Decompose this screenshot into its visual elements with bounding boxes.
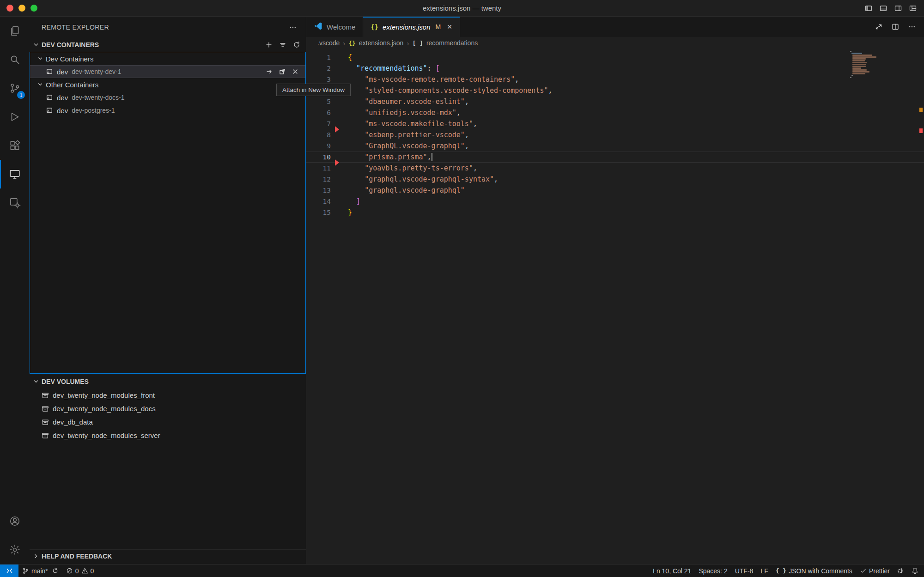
zoom-window-button[interactable] bbox=[30, 5, 37, 12]
code-text: "prisma.prisma", bbox=[348, 152, 432, 163]
add-dev-container-icon[interactable] bbox=[265, 41, 273, 49]
tree-group-dev-containers[interactable]: Dev Containers bbox=[30, 52, 305, 65]
remote-icon bbox=[6, 567, 13, 574]
tab-strip: Welcome{}extensions.jsonM✕ bbox=[306, 17, 924, 37]
code-text: "ms-vscode.makefile-tools", bbox=[348, 118, 477, 129]
encoding-button[interactable]: UTF-8 bbox=[731, 565, 757, 577]
window-title: extensions.json — twenty bbox=[0, 4, 924, 12]
container-item-dev-twenty-docs-1[interactable]: devdev-twenty-docs-1 bbox=[30, 91, 305, 104]
code-line[interactable]: 4 "styled-components.vscode-styled-compo… bbox=[306, 85, 924, 96]
dev-volumes-section-header[interactable]: DEV VOLUMES bbox=[30, 375, 306, 389]
minimap[interactable] bbox=[850, 51, 915, 79]
open-changes-icon[interactable] bbox=[875, 23, 882, 30]
run-and-debug-icon[interactable] bbox=[0, 103, 30, 131]
code-text: ] bbox=[348, 196, 360, 207]
attach-to-container-icon[interactable] bbox=[266, 68, 273, 75]
gutter bbox=[331, 129, 348, 140]
git-branch-button[interactable]: main* bbox=[18, 565, 52, 577]
code-line[interactable]: 8 "esbenp.prettier-vscode", bbox=[306, 129, 924, 140]
settings-gear-icon[interactable] bbox=[0, 535, 30, 564]
code-text: "yoavbls.pretty-ts-errors", bbox=[348, 163, 477, 174]
dev-volumes-list: dev_twenty_node_modules_frontdev_twenty_… bbox=[30, 389, 306, 442]
more-actions-icon[interactable] bbox=[908, 23, 916, 30]
code-line[interactable]: 14 ] bbox=[306, 196, 924, 207]
dev-containers-icon[interactable] bbox=[0, 188, 30, 217]
accounts-icon[interactable] bbox=[0, 507, 30, 535]
notifications-bell-button[interactable] bbox=[908, 565, 924, 577]
close-icon[interactable] bbox=[292, 68, 299, 75]
line-number: 9 bbox=[306, 140, 331, 152]
source-control-icon[interactable]: 1 bbox=[0, 74, 30, 103]
chevron-down-icon bbox=[32, 41, 40, 49]
close-icon[interactable]: ✕ bbox=[447, 23, 452, 30]
refresh-icon[interactable] bbox=[293, 41, 300, 49]
gutter bbox=[331, 207, 348, 218]
branch-name: main* bbox=[31, 567, 48, 575]
feedback-button[interactable] bbox=[894, 565, 908, 577]
gutter bbox=[331, 96, 348, 107]
code-line[interactable]: 2 "recommendations": [ bbox=[306, 63, 924, 74]
toggle-secondary-sidebar-icon[interactable] bbox=[894, 5, 902, 12]
breadcrumb-item[interactable]: recommendations bbox=[426, 39, 478, 47]
sync-changes-button[interactable] bbox=[52, 565, 62, 577]
gutter bbox=[331, 63, 348, 74]
volume-item-dev-twenty-node-modules-front[interactable]: dev_twenty_node_modules_front bbox=[30, 389, 306, 402]
code-text: "GraphQL.vscode-graphql", bbox=[348, 140, 469, 152]
volume-item-dev-twenty-node-modules-server[interactable]: dev_twenty_node_modules_server bbox=[30, 429, 306, 442]
eol: LF bbox=[760, 567, 768, 575]
code-line[interactable]: 6 "unifiedjs.vscode-mdx", bbox=[306, 107, 924, 118]
breadcrumb-item[interactable]: .vscode bbox=[317, 39, 340, 47]
customize-layout-icon[interactable] bbox=[909, 5, 917, 12]
close-window-button[interactable] bbox=[6, 5, 13, 12]
gutter bbox=[331, 152, 348, 163]
code-line[interactable]: 3 "ms-vscode-remote.remote-containers", bbox=[306, 74, 924, 85]
code-line[interactable]: 12 "graphql.vscode-graphql-syntax", bbox=[306, 174, 924, 185]
code-line[interactable]: 11 "yoavbls.pretty-ts-errors", bbox=[306, 163, 924, 174]
attach-in-new-window-icon[interactable] bbox=[279, 68, 286, 75]
language-mode-button[interactable]: { } JSON with Comments bbox=[772, 565, 856, 577]
container-description: dev-twenty-docs-1 bbox=[72, 94, 124, 101]
extensions-icon[interactable] bbox=[0, 131, 30, 160]
indentation-button[interactable]: Spaces: 2 bbox=[695, 565, 731, 577]
code-line[interactable]: 5 "dbaeumer.vscode-eslint", bbox=[306, 96, 924, 107]
remote-explorer-icon[interactable] bbox=[0, 160, 30, 188]
code-line[interactable]: 13 "graphql.vscode-graphql" bbox=[306, 185, 924, 196]
minimize-window-button[interactable] bbox=[18, 5, 25, 12]
code-line[interactable]: 10 "prisma.prisma", bbox=[306, 152, 924, 163]
code-line[interactable]: 15} bbox=[306, 207, 924, 218]
help-and-feedback-section-header[interactable]: HELP AND FEEDBACK bbox=[30, 549, 306, 562]
chevron-down-icon bbox=[36, 81, 44, 88]
split-editor-icon[interactable] bbox=[892, 23, 899, 30]
toggle-panel-icon[interactable] bbox=[880, 5, 887, 12]
tab-extensions-json[interactable]: {}extensions.jsonM✕ bbox=[363, 17, 460, 37]
traffic-lights bbox=[0, 5, 37, 12]
formatter-button[interactable]: Prettier bbox=[856, 565, 894, 577]
feedback-icon bbox=[897, 567, 904, 574]
warnings-icon bbox=[81, 567, 88, 574]
dev-volumes-section-label: DEV VOLUMES bbox=[42, 378, 89, 385]
code-line[interactable]: 7 "ms-vscode.makefile-tools", bbox=[306, 118, 924, 129]
volume-item-dev-twenty-node-modules-docs[interactable]: dev_twenty_node_modules_docs bbox=[30, 402, 306, 415]
code-line[interactable]: 1{ bbox=[306, 52, 924, 63]
chevron-right-icon bbox=[32, 553, 40, 560]
cursor-position-button[interactable]: Ln 10, Col 21 bbox=[649, 565, 695, 577]
search-icon[interactable] bbox=[0, 45, 30, 74]
tree-group-other-containers[interactable]: Other Containers bbox=[30, 78, 305, 91]
dev-containers-section-header[interactable]: DEV CONTAINERS bbox=[30, 38, 306, 52]
problems-button[interactable]: 0 0 bbox=[62, 565, 98, 577]
toggle-primary-sidebar-icon[interactable] bbox=[865, 5, 872, 12]
status-bar: main* 0 0 Ln 10, Col 21 Spaces: 2 UTF-8 … bbox=[0, 564, 924, 577]
eol-button[interactable]: LF bbox=[757, 565, 772, 577]
code-editor[interactable]: 1{2 "recommendations": [3 "ms-vscode-rem… bbox=[306, 49, 924, 564]
container-item-dev-twenty-dev-1[interactable]: devdev-twenty-dev-1 bbox=[30, 65, 305, 78]
remote-indicator-button[interactable] bbox=[0, 565, 18, 577]
breadcrumb-item[interactable]: extensions.json bbox=[359, 39, 404, 47]
container-item-dev-postgres-1[interactable]: devdev-postgres-1 bbox=[30, 104, 305, 117]
filter-icon[interactable] bbox=[279, 41, 286, 49]
code-line[interactable]: 9 "GraphQL.vscode-graphql", bbox=[306, 140, 924, 152]
explorer-icon[interactable] bbox=[0, 17, 30, 45]
tab-welcome[interactable]: Welcome bbox=[306, 17, 363, 37]
code-text: "recommendations": [ bbox=[348, 63, 440, 74]
volume-item-dev-db-data[interactable]: dev_db_data bbox=[30, 415, 306, 429]
more-actions-icon[interactable] bbox=[289, 24, 297, 31]
